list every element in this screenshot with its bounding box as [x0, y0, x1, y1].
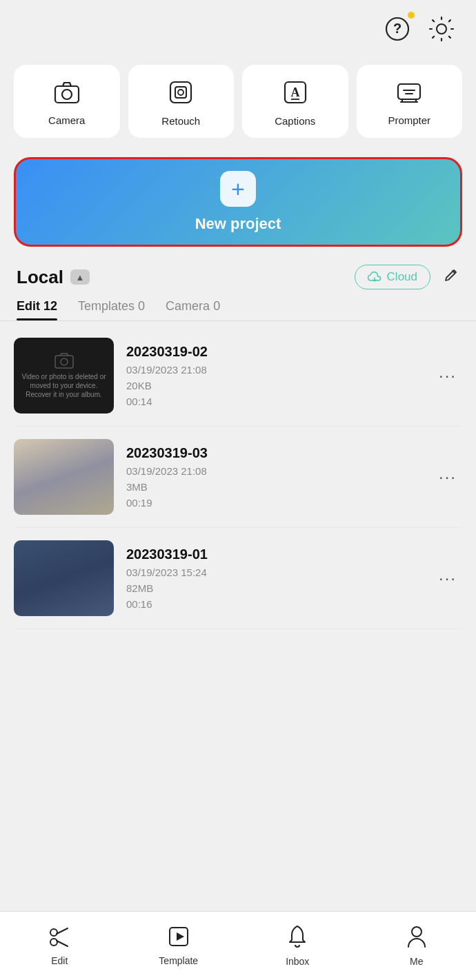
nav-inbox-label: Inbox: [286, 956, 309, 967]
local-header: Local ▲ Cloud: [0, 259, 476, 296]
svg-point-3: [62, 90, 72, 99]
cloud-button[interactable]: Cloud: [355, 265, 430, 289]
project-date-3: 03/19/2023 15:24: [126, 566, 421, 578]
new-project-button[interactable]: + New project: [14, 157, 462, 247]
profile-icon: [406, 925, 427, 952]
project-thumb-1: Video or photo is deleted or moved to yo…: [14, 338, 114, 414]
project-date-2: 03/19/2023 21:08: [126, 465, 421, 477]
retouch-label: Retouch: [161, 115, 200, 127]
project-more-3[interactable]: ···: [433, 563, 462, 593]
scissors-icon: [48, 926, 70, 951]
project-tabs: Edit 12 Templates 0 Camera 0: [0, 296, 476, 321]
plus-symbol: +: [231, 177, 245, 201]
project-name-1: 20230319-02: [126, 344, 421, 360]
tab-camera-label: Camera: [166, 299, 210, 313]
svg-point-6: [178, 90, 184, 95]
new-project-plus-icon: +: [220, 171, 256, 207]
local-right: Cloud: [355, 265, 459, 289]
svg-marker-23: [177, 932, 184, 941]
local-dropdown[interactable]: ▲: [70, 269, 90, 285]
tab-templates-label: Templates: [78, 299, 135, 313]
help-icon[interactable]: ?: [382, 14, 413, 44]
project-thumb-2: [14, 439, 114, 515]
nav-template-label: Template: [159, 955, 198, 966]
prompter-icon: [396, 81, 422, 108]
tab-edit-count: 12: [40, 299, 57, 313]
new-project-label: New project: [195, 215, 281, 233]
captions-label: Captions: [275, 115, 315, 127]
nav-edit-label: Edit: [51, 955, 68, 966]
project-size-1: 20KB: [126, 380, 421, 391]
captions-icon: A: [283, 80, 308, 108]
project-size-2: 3MB: [126, 481, 421, 493]
quick-tools: Camera Retouch A Captions: [0, 51, 476, 145]
retouch-icon: [168, 80, 193, 108]
local-left: Local ▲: [17, 267, 90, 288]
notification-dot: [408, 12, 415, 19]
nav-me[interactable]: Me: [357, 918, 477, 974]
table-row[interactable]: Video or photo is deleted or moved to yo…: [14, 325, 462, 427]
tab-templates-count: 0: [135, 299, 145, 313]
tab-edit-label: Edit: [17, 299, 40, 313]
nav-inbox[interactable]: Inbox: [238, 918, 357, 974]
project-more-2[interactable]: ···: [433, 462, 462, 492]
project-thumb-3: [14, 540, 114, 616]
svg-point-19: [50, 939, 57, 946]
nav-template[interactable]: Template: [119, 919, 239, 973]
captions-tool[interactable]: A Captions: [242, 65, 348, 138]
svg-rect-4: [170, 82, 191, 103]
thumb-text: Video or photo is deleted or moved to yo…: [14, 372, 114, 399]
tab-camera[interactable]: Camera 0: [166, 299, 220, 320]
tab-templates[interactable]: Templates 0: [78, 299, 145, 320]
local-title: Local: [17, 267, 63, 288]
svg-rect-16: [55, 356, 73, 368]
table-row[interactable]: 20230319-03 03/19/2023 21:08 3MB 00:19 ·…: [14, 427, 462, 528]
project-duration-2: 00:19: [126, 497, 421, 509]
nav-edit[interactable]: Edit: [0, 919, 119, 973]
nav-me-label: Me: [410, 956, 423, 967]
project-name-3: 20230319-01: [126, 547, 421, 562]
project-date-1: 03/19/2023 21:08: [126, 364, 421, 376]
header: ?: [0, 0, 476, 51]
project-info-2: 20230319-03 03/19/2023 21:08 3MB 00:19: [126, 445, 421, 509]
camera-tool[interactable]: Camera: [14, 65, 120, 138]
project-list: Video or photo is deleted or moved to yo…: [0, 325, 476, 629]
edit-pencil-icon[interactable]: [443, 267, 459, 287]
tab-camera-count: 0: [210, 299, 220, 313]
settings-icon[interactable]: [426, 14, 457, 44]
help-icon-wrap[interactable]: ?: [382, 14, 413, 44]
svg-point-18: [50, 929, 57, 936]
project-name-2: 20230319-03: [126, 445, 421, 461]
tab-edit[interactable]: Edit 12: [17, 299, 57, 320]
svg-line-20: [57, 928, 68, 934]
svg-text:?: ?: [393, 21, 401, 36]
template-icon: [168, 926, 190, 951]
project-more-1[interactable]: ···: [433, 360, 462, 391]
svg-point-17: [61, 358, 68, 365]
camera-label: Camera: [48, 114, 85, 126]
project-duration-1: 00:14: [126, 396, 421, 407]
prompter-tool[interactable]: Prompter: [357, 65, 463, 138]
new-project-section: + New project: [0, 145, 476, 259]
bottom-nav: Edit Template Inbox Me: [0, 911, 476, 980]
project-info-3: 20230319-01 03/19/2023 15:24 82MB 00:16: [126, 547, 421, 610]
camera-icon: [54, 81, 80, 108]
svg-rect-2: [55, 86, 79, 103]
prompter-label: Prompter: [388, 114, 430, 126]
svg-rect-10: [398, 84, 420, 99]
cloud-label: Cloud: [387, 270, 417, 284]
svg-line-21: [57, 941, 68, 946]
svg-point-24: [412, 927, 422, 937]
project-size-3: 82MB: [126, 582, 421, 594]
retouch-tool[interactable]: Retouch: [128, 65, 235, 138]
svg-text:A: A: [290, 85, 299, 99]
project-info-1: 20230319-02 03/19/2023 21:08 20KB 00:14: [126, 344, 421, 407]
svg-rect-5: [175, 87, 186, 98]
table-row[interactable]: 20230319-01 03/19/2023 15:24 82MB 00:16 …: [14, 528, 462, 629]
bell-icon: [287, 925, 308, 952]
project-duration-3: 00:16: [126, 598, 421, 610]
